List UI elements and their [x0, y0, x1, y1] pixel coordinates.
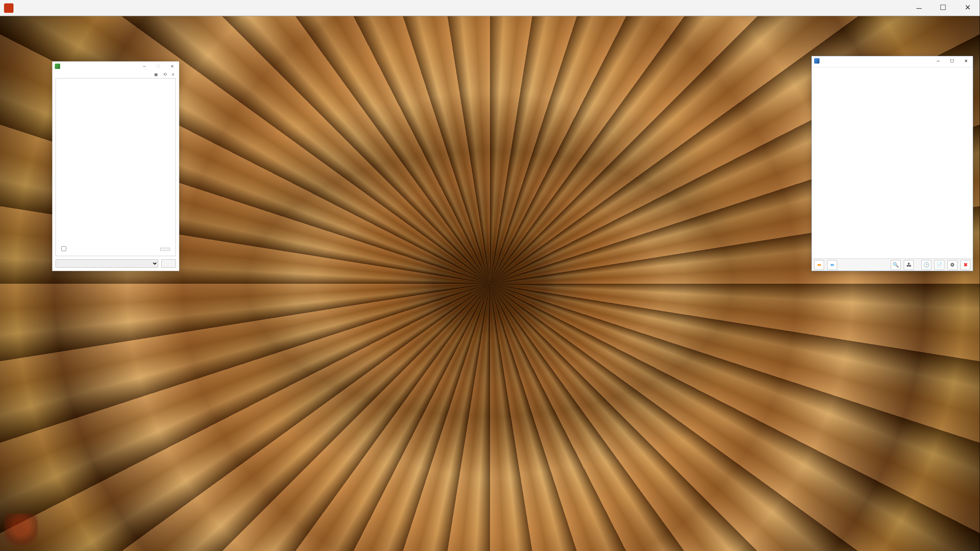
hwinfo-window[interactable]: ─ ☐ ✕ ⬌ ⬌ 🔍 🖧 🕑 📄 ⚙ ✖ [811, 56, 973, 271]
gpuz-icon [55, 64, 60, 69]
log-to-file-checkbox[interactable] [61, 246, 67, 252]
refresh-icon[interactable]: ⟲ [163, 72, 167, 77]
maximize-button[interactable]: ☐ [151, 62, 165, 71]
nav-arrows-icon[interactable]: ⬌ [814, 260, 824, 270]
menu-icon[interactable]: ≡ [172, 72, 174, 77]
gpuz-sensors-panel [56, 78, 176, 256]
gpuz-window[interactable]: ─ ☐ ✕ ▣ ⟲ ≡ [52, 61, 179, 271]
hwinfo-sensor-list[interactable] [812, 67, 973, 258]
gpu-select[interactable] [56, 259, 158, 268]
minimize-button[interactable]: ─ [138, 62, 151, 71]
clock-icon[interactable]: 🕑 [921, 260, 931, 270]
hwinfo-titlebar[interactable]: ─ ☐ ✕ [812, 56, 973, 65]
close-button[interactable]: ✕ [959, 56, 973, 65]
reset-button[interactable] [160, 248, 170, 251]
search-icon[interactable]: 🔍 [891, 260, 901, 270]
maximize-button[interactable]: ☐ [945, 56, 959, 65]
gpuz-titlebar[interactable]: ─ ☐ ✕ [52, 62, 179, 71]
minimize-button[interactable]: ─ [907, 0, 931, 16]
settings-icon[interactable]: ⚙ [947, 260, 957, 270]
furmark-icon [4, 3, 14, 13]
nav-arrows2-icon[interactable]: ⬌ [827, 260, 837, 270]
minimize-button[interactable]: ─ [931, 56, 945, 65]
maximize-button[interactable]: ☐ [931, 0, 955, 16]
hwinfo-icon [814, 58, 819, 64]
hwinfo-toolbar: ⬌ ⬌ 🔍 🖧 🕑 📄 ⚙ ✖ [812, 258, 973, 271]
furmark-logo-icon [4, 513, 38, 547]
exit-icon[interactable]: ✖ [960, 260, 970, 270]
furmark-titlebar[interactable]: ─ ☐ ✕ [0, 0, 980, 16]
screenshot-icon[interactable]: ▣ [154, 72, 158, 77]
log-icon[interactable]: 📄 [934, 260, 944, 270]
close-button[interactable]: ✕ [955, 0, 980, 16]
network-icon[interactable]: 🖧 [904, 260, 914, 270]
close-button[interactable] [161, 259, 176, 268]
close-button[interactable]: ✕ [165, 62, 179, 71]
